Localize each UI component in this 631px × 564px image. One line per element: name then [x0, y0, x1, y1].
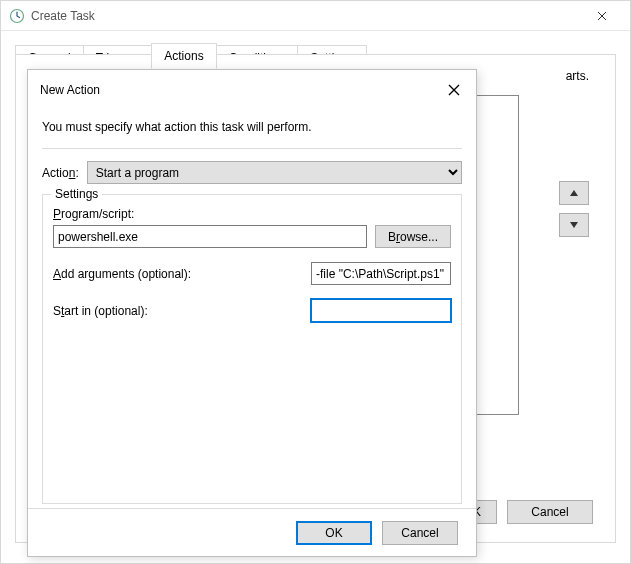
- triangle-down-icon: [570, 222, 578, 228]
- startin-input[interactable]: [311, 299, 451, 322]
- settings-legend: Settings: [51, 187, 102, 201]
- browse-button[interactable]: Browse...: [375, 225, 451, 248]
- action-label: Action:: [42, 166, 79, 180]
- close-icon: [448, 84, 460, 96]
- dialog-title: New Action: [40, 83, 444, 97]
- background-text-fragment: arts.: [566, 69, 589, 83]
- clock-icon: [9, 8, 25, 24]
- window-close-button[interactable]: [582, 2, 622, 30]
- window-title: Create Task: [31, 9, 582, 23]
- triangle-up-icon: [570, 190, 578, 196]
- instruction-text: You must specify what action this task w…: [42, 120, 462, 134]
- program-line: Browse...: [53, 225, 451, 248]
- divider: [42, 148, 462, 149]
- reorder-buttons: [559, 181, 589, 237]
- dialog-close-button[interactable]: [444, 80, 464, 100]
- background-footer-buttons: K Cancel: [457, 500, 593, 524]
- new-action-dialog: New Action You must specify what action …: [27, 69, 477, 557]
- dialog-body: You must specify what action this task w…: [28, 106, 476, 518]
- settings-group: Settings Program/script: Browse... Add a…: [42, 194, 462, 504]
- ok-button[interactable]: OK: [296, 521, 372, 545]
- startin-row: Start in (optional):: [53, 299, 451, 322]
- create-task-window: Create Task General Triggers Actions Con…: [0, 0, 631, 564]
- program-label: Program/script:: [53, 207, 451, 221]
- dialog-titlebar: New Action: [28, 70, 476, 106]
- arguments-label: Add arguments (optional):: [53, 267, 191, 281]
- cancel-button[interactable]: Cancel: [382, 521, 458, 545]
- arguments-input[interactable]: [311, 262, 451, 285]
- move-down-button[interactable]: [559, 213, 589, 237]
- dialog-footer: OK Cancel: [28, 508, 476, 556]
- program-input[interactable]: [53, 225, 367, 248]
- action-combobox[interactable]: Start a program: [87, 161, 462, 184]
- move-up-button[interactable]: [559, 181, 589, 205]
- arguments-row: Add arguments (optional):: [53, 262, 451, 285]
- background-cancel-button[interactable]: Cancel: [507, 500, 593, 524]
- titlebar: Create Task: [1, 1, 630, 31]
- startin-label: Start in (optional):: [53, 304, 148, 318]
- tab-actions[interactable]: Actions: [151, 43, 216, 69]
- action-row: Action: Start a program: [42, 161, 462, 184]
